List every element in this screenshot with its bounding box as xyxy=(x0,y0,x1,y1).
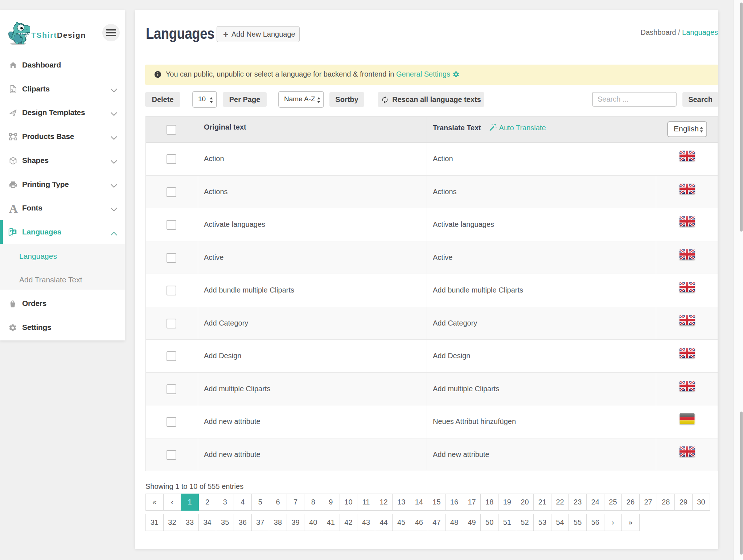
svg-text:A: A xyxy=(9,204,18,214)
svg-text:A: A xyxy=(13,230,16,234)
